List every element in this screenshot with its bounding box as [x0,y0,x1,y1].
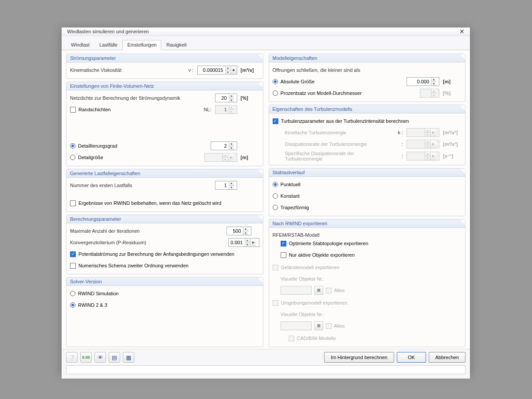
compute-bg-button[interactable]: Im Hintergrund berechnen [324,352,394,363]
pick-icon: ✖ [314,321,323,330]
group-header: Stablastverlauf [269,168,466,177]
keep-results-check[interactable]: Ergebnisse von RWIND beibehalten, wenn d… [70,200,221,206]
viscosity-spinner[interactable]: ▲▼ ▶ [197,66,237,74]
view-icon-button[interactable]: 👁 [94,352,106,363]
abs-size-input[interactable] [407,78,431,86]
units-icon-button[interactable]: 0.00 [80,352,92,363]
tab-bar: Windlast Lastfälle Einstellungen Rauigke… [62,36,470,50]
detail-level-label: Detaillierungsgrad [78,143,117,149]
conv-input[interactable] [229,239,245,246]
conv-spinner[interactable]: ▲▼ ▶ [228,238,259,247]
conv-label: Konvergenzkriterium (P-Residuum) [70,240,227,245]
solver-sim-radio[interactable]: RWIND Simulation [70,291,119,296]
max-iter-input[interactable] [227,227,243,235]
detail-size-input [205,153,223,161]
max-iter-label: Maximale Anzahl der Iterationen [70,228,225,234]
group-turbulence: Eigenschaften des Turbulenzmodells Turbu… [269,105,466,165]
percent-radio[interactable]: Prozentsatz von Modell-Durchmesser [273,90,362,96]
tab-einstellungen[interactable]: Einstellungen [122,40,161,50]
group-member-load: Stablastverlauf Punktuell Konstant [269,168,466,216]
viscosity-input[interactable] [198,66,225,74]
dialog-title: Windlasten simulieren und generieren [67,29,457,34]
boundary-layers-label: Randschichten [78,107,111,112]
max-iter-spinner[interactable]: ▲▼ [227,227,251,235]
spec-diss-label: Spezifische Dissipationsrate der Turbule… [273,151,394,161]
keep-results-label: Ergebnisse von RWIND beibehalten, wenn d… [78,200,221,206]
alles-label-2: Alles [334,323,345,329]
cad-bim-label: CAD/BIM-Modelle [297,336,336,341]
dialog-window: Windlasten simulieren und generieren ✕ W… [61,27,470,374]
first-lc-spinner[interactable]: ▲▼ [215,181,237,190]
tab-windlast[interactable]: Windlast [66,40,94,50]
pick-icon: ✖ [314,286,323,295]
turb-from-intensity-label: Turbulenzparameter aus der Turbulenzinte… [281,118,409,124]
tool2-icon-button[interactable]: ▦ [123,352,134,363]
first-lc-label: Nummer des ersten Lastfalls [70,183,213,188]
help-icon-button[interactable]: ❔ [66,352,78,363]
solver-23-radio[interactable]: RWIND 2 & 3 [70,302,107,308]
opt-topo-label: Optimierte Stabtopologie exportieren [289,241,368,246]
kin-symbol: k : [395,130,405,135]
detail-level-radio[interactable]: Detaillierungsgrad [70,143,117,149]
dialog-footer: ❔ 0.00 👁 ▤ ▦ Im Hintergrund berechnen OK… [62,349,470,379]
rfem-model-heading: RFEM/RSTAB-Modell [273,232,462,238]
group-model-props: Modelleigenschaften Öffnungen schließen,… [269,54,466,102]
spec-spinner: ▲▼ ▶ [407,152,439,160]
detail-size-radio[interactable]: Detailgröße [70,155,103,160]
tab-lastfaelle[interactable]: Lastfälle [94,40,122,50]
mesh-density-spinner[interactable]: ▲▼ [215,94,237,102]
solver-sim-label: RWIND Simulation [78,291,119,296]
abs-size-radio[interactable]: Absolute Größe [273,79,315,84]
trapez-radio[interactable]: Trapezförmig [273,205,309,210]
detail-size-unit: [m] [239,155,259,160]
second-order-check[interactable]: Numerisches Schema zweiter Ordnung verwe… [70,263,188,269]
surround-check: Umgebungsmodell exportieren [273,300,348,306]
abs-size-label: Absolute Größe [281,79,315,84]
terrain-check: Geländemodell exportieren [273,265,340,270]
detail-size-label: Detailgröße [78,155,103,160]
group-flow-params: Strömungsparameter Kinematische Viskosit… [66,54,263,79]
spec-symbol: : [395,153,405,159]
diss-label: Dissipationsrate der Turbulenzenergie [273,141,394,147]
only-active-check[interactable]: Nur aktive Objekte exportieren [281,252,355,258]
opt-topo-check[interactable]: Optimierte Stabtopologie exportieren [281,241,368,246]
mesh-density-input[interactable] [215,94,229,102]
close-button[interactable]: ✕ [457,27,467,35]
cancel-button[interactable]: Abbrechen [429,352,466,363]
diss-symbol: : [395,141,405,147]
potential-flow-check[interactable]: Potentialströmung zur Berechnung der Anf… [70,251,235,257]
title-bar: Windlasten simulieren und generieren ✕ [62,27,470,36]
group-header: Generierte Lastfalleigenschaften [66,169,263,178]
only-active-label: Nur aktive Objekte exportieren [289,252,355,258]
kin-spinner: ▲▼ ▶ [407,128,439,137]
ok-button[interactable]: OK [397,352,426,363]
surround-label: Umgebungsmodell exportieren [281,300,348,305]
konstant-radio[interactable]: Konstant [273,193,300,199]
trapez-label: Trapezförmig [281,205,309,210]
group-header: Eigenschaften des Turbulenzmodells [269,105,466,113]
vis-obj-input-1 [281,286,312,295]
group-header: Modelleigenschaften [269,54,466,63]
vis-obj-label-1: Visuelle Objekte Nr.: [281,276,325,282]
tab-rauigkeit[interactable]: Rauigkeit [161,40,192,50]
left-column: Strömungsparameter Kinematische Viskosit… [66,54,263,347]
turb-from-intensity-check[interactable]: Turbulenzparameter aus der Turbulenzinte… [273,118,409,124]
group-loadcase: Generierte Lastfalleigenschaften Nummer … [66,169,263,212]
boundary-layers-check[interactable]: Randschichten [70,107,111,113]
first-lc-input[interactable] [215,181,229,189]
group-calc-params: Berechnungsparameter Maximale Anzahl der… [66,215,263,274]
group-header: Strömungsparameter [66,54,263,63]
detail-size-spinner: ▲▼ ▶ [204,153,237,162]
group-header: Einstellungen von Finite-Volumen-Netz [66,82,263,90]
status-bar [66,365,466,374]
punktuell-radio[interactable]: Punktuell [273,182,301,187]
mesh-density-unit: [%] [239,95,259,101]
detail-level-input[interactable] [211,142,229,150]
dialog-body: Strömungsparameter Kinematische Viskosit… [62,50,470,349]
nl-label: NL: [203,107,213,112]
alles-label-1: Alles [334,288,345,293]
vis-obj-input-2 [281,321,312,330]
tool1-icon-button[interactable]: ▤ [109,352,120,363]
abs-size-spinner[interactable]: ▲▼ [407,77,439,86]
detail-level-spinner[interactable]: ▲▼ [211,141,237,150]
